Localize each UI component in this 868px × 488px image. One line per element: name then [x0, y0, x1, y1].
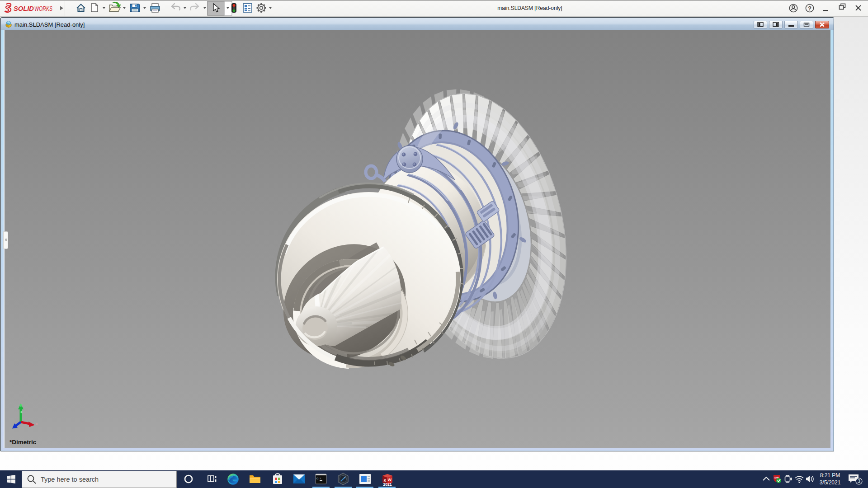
svg-text:2021: 2021 [383, 482, 392, 486]
svg-text:W: W [388, 478, 392, 482]
svg-text:C:\: C:\ [316, 477, 321, 480]
svg-text:SOLID: SOLID [14, 5, 34, 12]
svg-text:?: ? [808, 5, 811, 12]
svg-text:3: 3 [858, 479, 860, 484]
svg-text:WORKS: WORKS [34, 5, 53, 12]
svg-text:x: x [36, 422, 38, 426]
